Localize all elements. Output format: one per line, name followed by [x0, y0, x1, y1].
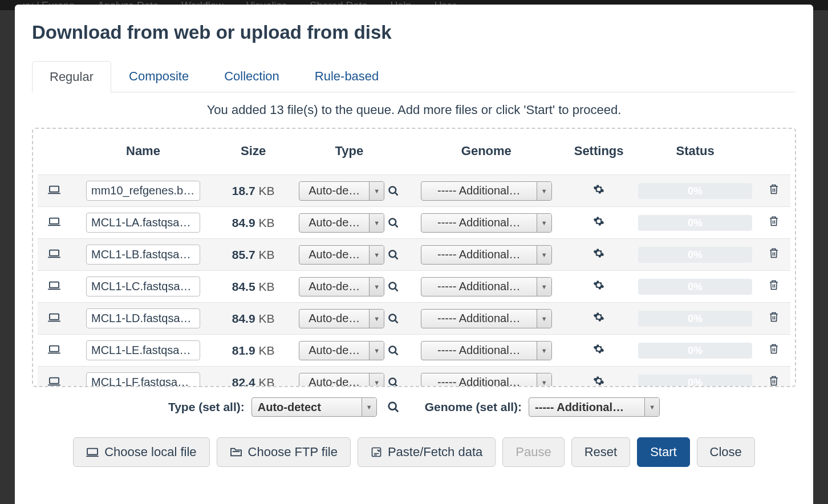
file-size-unit: KB — [258, 184, 274, 197]
type-value: Auto-de… — [299, 184, 369, 197]
choose-local-file-button[interactable]: Choose local file — [73, 437, 209, 467]
trash-icon[interactable] — [769, 343, 779, 355]
tab-regular[interactable]: Regular — [32, 61, 111, 92]
paste-fetch-button[interactable]: Paste/Fetch data — [358, 437, 496, 467]
file-size-value: 84.9 — [232, 216, 255, 229]
table-row: 81.9 KBAuto-de…▼----- Additional…▼0% — [38, 335, 790, 367]
tab-composite[interactable]: Composite — [111, 60, 206, 92]
chevron-down-icon: ▼ — [537, 278, 551, 296]
svg-point-14 — [389, 282, 396, 289]
file-size-unit: KB — [258, 344, 274, 357]
gear-icon[interactable] — [593, 216, 604, 227]
chevron-down-icon: ▼ — [362, 398, 376, 416]
progress-bar: 0% — [638, 183, 752, 199]
chevron-down-icon: ▼ — [537, 214, 551, 232]
set-all-row: Type (set all): Auto-detect ▼ Genome (se… — [32, 387, 796, 422]
filename-input[interactable] — [86, 372, 200, 387]
genome-select[interactable]: ----- Additional…▼ — [421, 213, 552, 233]
filename-input[interactable] — [86, 277, 200, 296]
file-size-unit: KB — [258, 376, 274, 388]
svg-line-3 — [395, 192, 398, 195]
progress-bar: 0% — [638, 375, 752, 388]
type-value: Auto-de… — [299, 248, 369, 261]
type-set-all-select[interactable]: Auto-detect ▼ — [251, 397, 377, 417]
genome-select[interactable]: ----- Additional…▼ — [421, 181, 552, 201]
trash-icon[interactable] — [769, 279, 779, 291]
svg-line-7 — [395, 224, 398, 227]
genome-select[interactable]: ----- Additional…▼ — [421, 277, 552, 296]
svg-line-15 — [395, 288, 398, 291]
trash-icon[interactable] — [769, 216, 779, 227]
tab-collection[interactable]: Collection — [206, 60, 297, 92]
type-select[interactable]: Auto-de…▼ — [299, 341, 384, 360]
search-icon[interactable] — [388, 313, 399, 324]
genome-select[interactable]: ----- Additional…▼ — [421, 341, 552, 360]
reset-label: Reset — [585, 445, 617, 460]
gear-icon[interactable] — [593, 311, 604, 323]
search-icon[interactable] — [388, 185, 399, 197]
gear-icon[interactable] — [593, 279, 604, 291]
pause-label: Pause — [516, 445, 551, 460]
chevron-down-icon: ▼ — [369, 310, 384, 328]
type-select[interactable]: Auto-de…▼ — [299, 373, 384, 388]
svg-rect-30 — [87, 449, 98, 455]
type-select[interactable]: Auto-de…▼ — [299, 181, 384, 201]
type-select[interactable]: Auto-de…▼ — [299, 309, 384, 328]
choose-ftp-file-button[interactable]: Choose FTP file — [217, 437, 351, 467]
filename-input[interactable] — [86, 213, 200, 233]
progress-bar: 0% — [638, 215, 752, 231]
file-size-value: 18.7 — [232, 184, 255, 197]
search-icon[interactable] — [388, 281, 399, 292]
file-size-unit: KB — [258, 216, 274, 229]
chevron-down-icon: ▼ — [644, 398, 659, 416]
tab-rule-based[interactable]: Rule-based — [297, 60, 397, 92]
svg-point-2 — [389, 186, 396, 193]
chevron-down-icon: ▼ — [537, 182, 551, 200]
reset-button[interactable]: Reset — [571, 437, 630, 467]
svg-rect-16 — [50, 314, 59, 319]
filename-input[interactable] — [86, 245, 200, 265]
genome-set-all-select[interactable]: ----- Additional… ▼ — [529, 397, 660, 417]
trash-icon[interactable] — [769, 375, 779, 387]
modal-title: Download from web or upload from disk — [32, 22, 796, 43]
col-status: Status — [632, 133, 758, 175]
gear-icon[interactable] — [593, 184, 604, 195]
gear-icon[interactable] — [593, 375, 604, 387]
filename-input[interactable] — [86, 340, 200, 360]
queue-table: Name Size Type Genome Settings Status 18… — [38, 133, 790, 387]
svg-rect-12 — [50, 282, 59, 287]
search-icon[interactable] — [387, 401, 400, 413]
search-icon[interactable] — [388, 217, 399, 229]
genome-select[interactable]: ----- Additional…▼ — [421, 245, 552, 265]
progress-bar: 0% — [638, 279, 752, 295]
close-button[interactable]: Close — [697, 437, 755, 467]
table-row: 84.9 KBAuto-de…▼----- Additional…▼0% — [38, 207, 790, 239]
type-value: Auto-de… — [299, 344, 369, 357]
col-name: Name — [70, 133, 216, 175]
trash-icon[interactable] — [769, 184, 779, 195]
gear-icon[interactable] — [593, 247, 604, 259]
table-row: 84.9 KBAuto-de…▼----- Additional…▼0% — [38, 303, 790, 335]
footer-buttons: Choose local file Choose FTP file Paste/… — [32, 422, 796, 484]
search-icon[interactable] — [388, 249, 399, 261]
file-size-unit: KB — [258, 248, 274, 261]
filename-input[interactable] — [86, 181, 200, 201]
type-select[interactable]: Auto-de…▼ — [299, 277, 384, 296]
genome-select[interactable]: ----- Additional…▼ — [421, 309, 552, 328]
svg-rect-0 — [50, 186, 59, 192]
svg-point-22 — [389, 346, 396, 353]
search-icon[interactable] — [388, 377, 399, 388]
svg-line-27 — [395, 384, 398, 387]
pause-button[interactable]: Pause — [502, 437, 564, 467]
type-select[interactable]: Auto-de…▼ — [299, 245, 384, 265]
trash-icon[interactable] — [769, 247, 779, 259]
genome-select[interactable]: ----- Additional…▼ — [421, 373, 552, 388]
svg-point-26 — [389, 378, 396, 385]
gear-icon[interactable] — [593, 343, 604, 355]
trash-icon[interactable] — [769, 311, 779, 323]
type-select[interactable]: Auto-de…▼ — [299, 213, 384, 233]
filename-input[interactable] — [86, 308, 200, 328]
col-size: Size — [216, 133, 290, 175]
start-button[interactable]: Start — [637, 437, 689, 467]
search-icon[interactable] — [388, 345, 399, 356]
